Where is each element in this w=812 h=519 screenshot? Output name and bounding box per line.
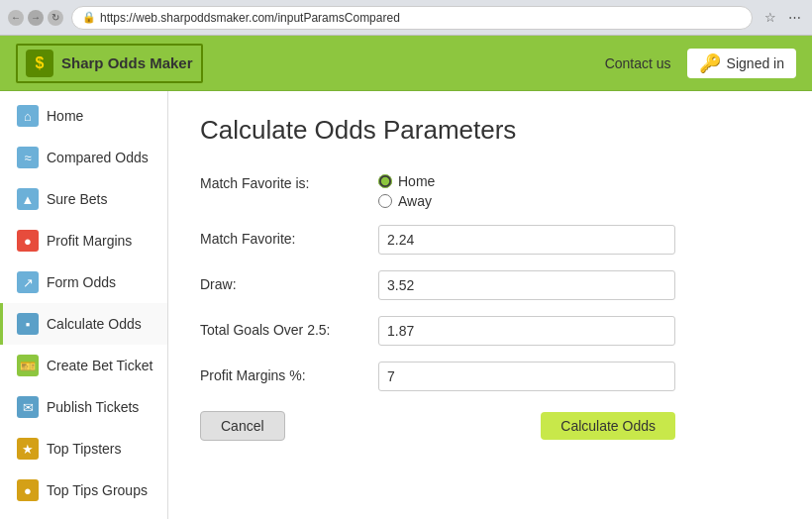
sidebar-item-create-bet-ticket[interactable]: 🎫Create Bet Ticket xyxy=(0,345,167,386)
sidebar-label-calculate-odds: Calculate Odds xyxy=(47,316,142,332)
sidebar-label-top-tips-groups: Top Tips Groups xyxy=(47,482,148,498)
contact-button[interactable]: Contact us xyxy=(605,55,671,71)
home-label: Home xyxy=(398,173,435,189)
draw-row: Draw: xyxy=(200,270,695,300)
match-favorite-is-label: Match Favorite is: xyxy=(200,169,378,191)
cancel-button[interactable]: Cancel xyxy=(200,411,285,441)
app-container: $ Sharp Odds Maker Contact us 🔑 Signed i… xyxy=(0,36,812,519)
publish-tickets-icon: ✉ xyxy=(17,396,39,418)
form-odds-icon: ↗ xyxy=(17,271,39,293)
match-favorite-value-row: Match Favorite: xyxy=(200,225,695,255)
back-button[interactable]: ← xyxy=(8,10,24,26)
away-label: Away xyxy=(398,193,432,209)
header-right: Contact us 🔑 Signed in xyxy=(605,49,796,78)
draw-label: Draw: xyxy=(200,270,378,292)
main-area: ⌂Home≈Compared Odds▲Sure Bets●Profit Mar… xyxy=(0,91,812,519)
sidebar-label-sure-bets: Sure Bets xyxy=(47,191,107,207)
match-favorite-radio-group: Home Away xyxy=(378,169,435,209)
sidebar-label-profit-margins: Profit Margins xyxy=(47,233,132,249)
signed-in-label: Signed in xyxy=(727,55,784,71)
forward-button[interactable]: → xyxy=(28,10,44,26)
sure-bets-icon: ▲ xyxy=(17,188,39,210)
sidebar-item-top-tips-groups[interactable]: ●Top Tips Groups xyxy=(0,469,167,511)
more-button[interactable]: ⋯ xyxy=(784,8,804,28)
app-header: $ Sharp Odds Maker Contact us 🔑 Signed i… xyxy=(0,36,812,91)
draw-input[interactable] xyxy=(378,270,675,300)
page-title: Calculate Odds Parameters xyxy=(200,115,780,146)
browser-actions: ☆ ⋯ xyxy=(761,8,804,28)
sidebar-item-form-odds[interactable]: ↗Form Odds xyxy=(0,261,167,303)
home-icon: ⌂ xyxy=(17,105,39,127)
content-area: Calculate Odds Parameters Match Favorite… xyxy=(168,91,812,519)
form-section: Match Favorite is: Home Away M xyxy=(200,169,695,441)
away-radio[interactable] xyxy=(378,194,392,208)
sidebar-item-calculate-odds[interactable]: ▪Calculate Odds xyxy=(0,303,167,345)
sidebar-item-profit-margins[interactable]: ●Profit Margins xyxy=(0,220,167,261)
total-goals-row: Total Goals Over 2.5: xyxy=(200,316,695,346)
match-favorite-input[interactable] xyxy=(378,225,675,255)
top-tips-groups-icon: ● xyxy=(17,479,39,501)
profit-margins-label: Profit Margins %: xyxy=(200,362,378,383)
match-favorite-value-label: Match Favorite: xyxy=(200,225,378,247)
sidebar-item-top-tipsters[interactable]: ★Top Tipsters xyxy=(0,428,167,469)
browser-controls: ← → ↻ xyxy=(8,10,63,26)
compared-odds-icon: ≈ xyxy=(17,147,39,168)
sidebar-label-compared-odds: Compared Odds xyxy=(47,150,149,165)
total-goals-input[interactable] xyxy=(378,316,675,346)
profit-margins-icon: ● xyxy=(17,230,39,252)
address-bar[interactable]: 🔒 https://web.sharpoddsmaker.com/inputPa… xyxy=(71,6,753,30)
brand-icon: $ xyxy=(26,50,53,77)
lock-icon: 🔒 xyxy=(82,11,96,24)
sidebar-item-reports[interactable]: ▤Reports xyxy=(0,511,167,519)
brand-name: Sharp Odds Maker xyxy=(61,54,193,71)
top-tipsters-icon: ★ xyxy=(17,438,39,460)
user-icon: 🔑 xyxy=(699,52,721,74)
sidebar-label-home: Home xyxy=(47,108,83,124)
sidebar-label-publish-tickets: Publish Tickets xyxy=(47,399,139,415)
signed-in-badge: 🔑 Signed in xyxy=(687,49,796,78)
extensions-button[interactable]: ☆ xyxy=(761,8,780,28)
create-bet-ticket-icon: 🎫 xyxy=(17,355,39,376)
match-favorite-is-row: Match Favorite is: Home Away xyxy=(200,169,695,209)
sidebar-wrapper: ⌂Home≈Compared Odds▲Sure Bets●Profit Mar… xyxy=(0,91,168,519)
sidebar-item-publish-tickets[interactable]: ✉Publish Tickets xyxy=(0,386,167,428)
sidebar-label-create-bet-ticket: Create Bet Ticket xyxy=(47,358,152,373)
sidebar-item-compared-odds[interactable]: ≈Compared Odds xyxy=(0,137,167,178)
sidebar: ⌂Home≈Compared Odds▲Sure Bets●Profit Mar… xyxy=(0,91,168,519)
profit-margins-row: Profit Margins %: xyxy=(200,362,695,391)
away-radio-option[interactable]: Away xyxy=(378,193,435,209)
sidebar-label-top-tipsters: Top Tipsters xyxy=(47,441,121,457)
browser-chrome: ← → ↻ 🔒 https://web.sharpoddsmaker.com/i… xyxy=(0,0,812,36)
profit-margins-input[interactable] xyxy=(378,362,675,391)
form-actions: Cancel Calculate Odds xyxy=(200,411,675,441)
sidebar-item-home[interactable]: ⌂Home xyxy=(0,95,167,137)
calculate-odds-icon: ▪ xyxy=(17,313,39,335)
sidebar-item-sure-bets[interactable]: ▲Sure Bets xyxy=(0,178,167,220)
url-text: https://web.sharpoddsmaker.com/inputPara… xyxy=(100,11,400,25)
total-goals-label: Total Goals Over 2.5: xyxy=(200,316,378,338)
home-radio[interactable] xyxy=(378,174,392,188)
sidebar-label-form-odds: Form Odds xyxy=(47,274,116,290)
calculate-odds-button[interactable]: Calculate Odds xyxy=(541,412,675,440)
reload-button[interactable]: ↻ xyxy=(48,10,63,26)
home-radio-option[interactable]: Home xyxy=(378,173,435,189)
brand: $ Sharp Odds Maker xyxy=(16,44,203,83)
